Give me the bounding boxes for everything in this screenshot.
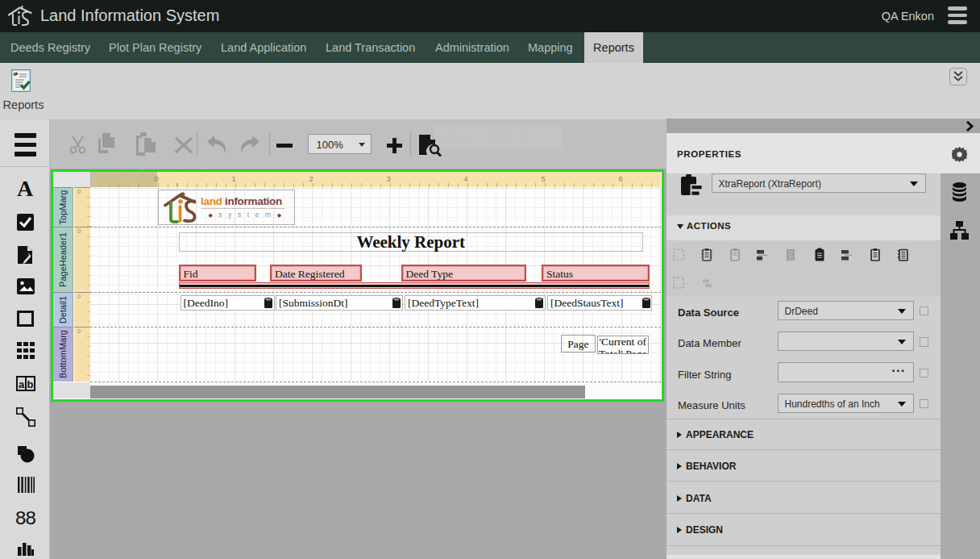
svg-text:b: b	[27, 378, 34, 390]
svg-text:a: a	[19, 378, 25, 390]
